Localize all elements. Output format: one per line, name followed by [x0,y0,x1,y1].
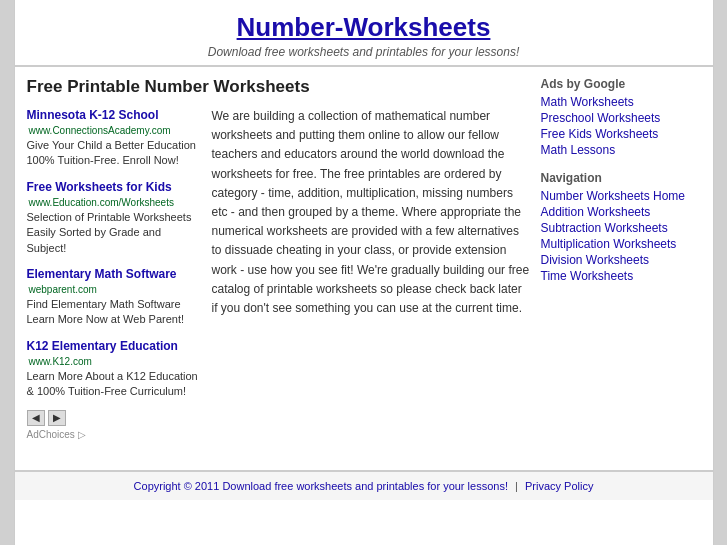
sidebar-ad-link-3[interactable]: Free Kids Worksheets [541,127,701,141]
sidebar-nav-multiplication[interactable]: Multiplication Worksheets [541,237,701,251]
sidebar-nav-subtraction[interactable]: Subtraction Worksheets [541,221,701,235]
right-sidebar: Ads by Google Math Worksheets Preschool … [541,77,701,450]
ad-url-4: www.K12.com [29,356,92,367]
ad-title-4[interactable]: K12 Elementary Education [27,339,178,353]
sidebar-ad-link-1[interactable]: Math Worksheets [541,95,701,109]
main-content: Free Printable Number Worksheets Minneso… [15,67,713,460]
ad-title-1[interactable]: Minnesota K-12 School [27,108,159,122]
sidebar-nav-title: Navigation [541,171,701,185]
ad-url-3: webparent.com [29,284,97,295]
ad-choices-label: AdChoices ▷ [27,429,202,440]
ad-desc-2: Selection of Printable Worksheets Easily… [27,210,202,256]
ad-item-4: K12 Elementary Education www.K12.com Lea… [27,338,202,400]
left-section: Free Printable Number Worksheets Minneso… [27,77,531,450]
sidebar-ad-link-4[interactable]: Math Lessons [541,143,701,157]
sidebar-nav-home[interactable]: Number Worksheets Home [541,189,701,203]
sidebar-nav-section: Navigation Number Worksheets Home Additi… [541,171,701,283]
ad-title-2[interactable]: Free Worksheets for Kids [27,180,172,194]
ad-desc-1: Give Your Child a Better Education 100% … [27,138,202,169]
ad-item-2: Free Worksheets for Kids www.Education.c… [27,179,202,256]
page-title: Free Printable Number Worksheets [27,77,531,97]
ad-title-3[interactable]: Elementary Math Software [27,267,177,281]
ad-next-button[interactable]: ▶ [48,410,66,426]
sidebar-nav-time[interactable]: Time Worksheets [541,269,701,283]
sidebar-nav-division[interactable]: Division Worksheets [541,253,701,267]
sidebar-ads-section: Ads by Google Math Worksheets Preschool … [541,77,701,157]
site-tagline: Download free worksheets and printables … [15,45,713,59]
sidebar-ad-link-2[interactable]: Preschool Worksheets [541,111,701,125]
ad-navigation: ◀ ▶ [27,410,202,426]
ad-desc-4: Learn More About a K12 Education & 100% … [27,369,202,400]
site-header: Number-Worksheets Download free workshee… [15,0,713,67]
ad-list: Minnesota K-12 School www.ConnectionsAca… [27,107,202,440]
footer-separator: | [515,480,518,492]
site-title[interactable]: Number-Worksheets [15,12,713,43]
ad-item-3: Elementary Math Software webparent.com F… [27,266,202,328]
sidebar-nav-addition[interactable]: Addition Worksheets [541,205,701,219]
page-footer: Copyright © 2011 Download free worksheet… [15,470,713,500]
ad-url-2: www.Education.com/Worksheets [29,197,174,208]
ad-item-1: Minnesota K-12 School www.ConnectionsAca… [27,107,202,169]
sidebar-ads-title: Ads by Google [541,77,701,91]
ad-url-1: www.ConnectionsAcademy.com [29,125,171,136]
ad-prev-button[interactable]: ◀ [27,410,45,426]
footer-copyright-link[interactable]: Copyright © 2011 Download free worksheet… [134,480,508,492]
footer-privacy-link[interactable]: Privacy Policy [525,480,593,492]
description-text: We are building a collection of mathemat… [212,107,531,440]
ads-area: Minnesota K-12 School www.ConnectionsAca… [27,107,531,440]
ad-desc-3: Find Elementary Math Software Learn More… [27,297,202,328]
